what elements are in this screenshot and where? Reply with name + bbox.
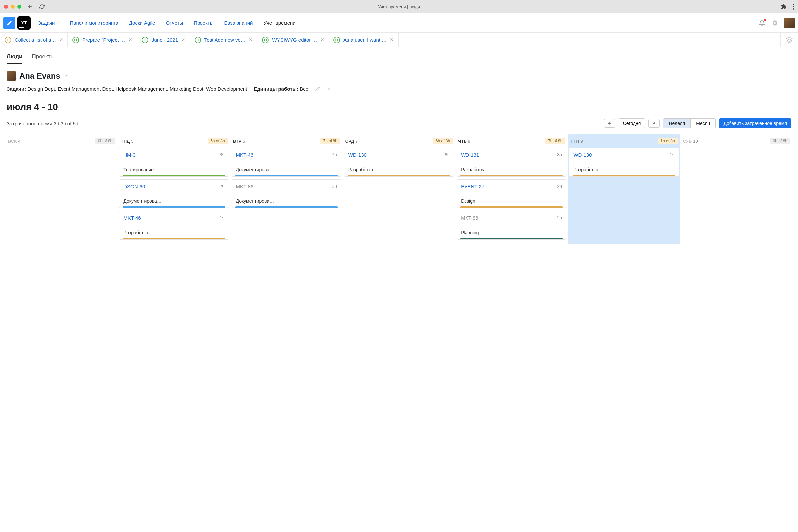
time-card[interactable]: DSGN-60 2ч Документирова… — [119, 179, 229, 208]
today-button[interactable]: Сегодня — [619, 118, 645, 128]
edit-filter-icon[interactable] — [315, 87, 320, 92]
prev-period-button[interactable] — [604, 119, 615, 128]
time-card[interactable]: WD-131 3ч Разработка — [457, 148, 566, 176]
card-type: Разработка — [573, 167, 674, 175]
time-card[interactable]: EVENT-27 2ч Design — [457, 179, 566, 208]
reload-button[interactable] — [39, 4, 44, 9]
card-id: HM-3 — [124, 152, 136, 158]
person-selector[interactable]: Ana Evans — [7, 72, 791, 81]
time-card[interactable]: MKT-46 1ч Разработка — [119, 211, 229, 240]
close-tab-icon[interactable]: × — [249, 36, 253, 43]
card-id: MKT-86 — [461, 215, 478, 221]
clear-filter-icon[interactable] — [327, 87, 331, 92]
view-month[interactable]: Месяц — [690, 119, 715, 128]
open-tabs: C Collect a list of s… ×O Prepare "Proje… — [0, 33, 798, 47]
open-tab[interactable]: O As a user, I want … × — [329, 33, 399, 47]
back-button[interactable] — [27, 4, 33, 10]
svg-point-1 — [793, 6, 794, 7]
nav-Задачи[interactable]: Задачи — [38, 20, 59, 25]
close-tab-icon[interactable]: × — [321, 36, 324, 43]
subtab-Люди[interactable]: Люди — [7, 53, 22, 63]
card-type: Документирова… — [124, 198, 225, 207]
view-week[interactable]: Неделя — [663, 119, 690, 128]
subtab-Проекты[interactable]: Проекты — [32, 53, 54, 63]
chevron-down-icon — [63, 74, 68, 78]
close-window-button[interactable] — [4, 5, 8, 8]
menu-icon[interactable] — [793, 4, 794, 10]
day-hours-badge: 6h of 8h — [208, 138, 227, 144]
nav-Учет времени[interactable]: Учет времени — [263, 20, 295, 25]
tab-badge: O — [194, 37, 201, 43]
tab-label: Collect a list of s… — [15, 37, 56, 42]
close-tab-icon[interactable]: × — [390, 36, 394, 43]
nav-Отчеты[interactable]: Отчеты — [166, 20, 183, 25]
next-period-button[interactable] — [648, 119, 660, 128]
day-header: СРД7 6h of 8h — [344, 136, 454, 148]
day-column: ПНД5 6h of 8h HM-3 3ч Тестирование DSGN-… — [119, 136, 229, 242]
card-type: Разработка — [348, 167, 450, 175]
card-hours: 3ч — [220, 152, 225, 158]
nav-Панели мониторинга[interactable]: Панели мониторинга — [70, 20, 118, 25]
card-color-bar — [573, 175, 675, 176]
day-hours-badge: 0h of 8h — [771, 138, 790, 144]
card-hours: 2ч — [557, 184, 562, 189]
card-hours: 2ч — [557, 215, 562, 221]
card-id: DSGN-60 — [124, 184, 145, 189]
day-column: ЧТВ8 7h of 8h WD-131 3ч Разработка EVENT… — [457, 136, 566, 242]
card-type: Документирова… — [236, 198, 337, 207]
close-tab-icon[interactable]: × — [128, 36, 132, 43]
time-card[interactable]: MKT-86 2ч Planning — [457, 211, 566, 240]
open-tab[interactable]: O WYSIWYG editor … × — [258, 33, 329, 47]
card-hours: 5ч — [332, 184, 337, 189]
view-toggle: Неделя Месяц — [663, 118, 716, 128]
time-card[interactable]: HM-3 3ч Тестирование — [119, 148, 229, 176]
day-column: СУБ10 0h of 8h — [682, 136, 791, 242]
minimize-window-button[interactable] — [11, 5, 15, 8]
notifications-button[interactable] — [759, 20, 765, 26]
day-column: СРД7 6h of 8h WD-130 6ч Разработка — [344, 136, 454, 242]
tab-badge: O — [141, 37, 148, 43]
nav-Доски Agile[interactable]: Доски Agile — [129, 20, 155, 25]
nav-Проекты[interactable]: Проекты — [193, 20, 213, 25]
time-card[interactable]: WD-130 6ч Разработка — [344, 148, 454, 176]
card-hours: 6ч — [444, 152, 450, 158]
open-tab[interactable]: O Prepare "Project … × — [68, 33, 137, 47]
app-icon[interactable] — [3, 17, 15, 29]
add-time-button[interactable]: Добавить затраченное время — [719, 118, 791, 128]
open-tab[interactable]: O June - 2021 × — [137, 33, 190, 47]
card-color-bar — [123, 175, 225, 176]
day-header: ПТН9 1h of 8h — [569, 136, 679, 148]
time-card[interactable]: MKT-86 5ч Документирова… — [232, 179, 341, 208]
period-title: июля 4 - 10 — [7, 102, 791, 112]
settings-icon[interactable] — [772, 20, 778, 26]
open-tab[interactable]: O Test Add new ve… × — [190, 33, 258, 47]
card-type: Разработка — [124, 230, 225, 238]
card-color-bar — [123, 238, 225, 240]
open-tab[interactable]: C Collect a list of s… × — [0, 33, 68, 47]
nav-База знаний[interactable]: База знаний — [224, 20, 253, 25]
tab-label: Test Add new ve… — [205, 37, 246, 42]
close-tab-icon[interactable]: × — [59, 36, 63, 43]
maximize-window-button[interactable] — [17, 5, 21, 8]
card-id: MKT-46 — [124, 215, 141, 221]
time-card[interactable]: MKT-46 2ч Документирова… — [232, 148, 341, 176]
time-card[interactable]: WD-130 1ч Разработка — [569, 148, 679, 176]
card-type: Разработка — [461, 167, 562, 175]
tab-stacks-icon[interactable] — [780, 33, 798, 47]
extensions-icon[interactable] — [781, 4, 787, 10]
tab-label: Prepare "Project … — [82, 37, 125, 42]
day-header: ВТР6 7h of 8h — [232, 136, 341, 148]
card-hours: 3ч — [557, 152, 562, 158]
card-hours: 1ч — [220, 215, 225, 221]
svg-point-2 — [793, 8, 794, 10]
youtrack-logo[interactable]: YT — [17, 16, 31, 30]
card-color-bar — [460, 238, 563, 240]
close-tab-icon[interactable]: × — [181, 36, 185, 43]
card-color-bar — [235, 207, 338, 208]
card-hours: 2ч — [332, 152, 337, 158]
tab-badge: C — [5, 37, 11, 43]
day-header: СУБ10 0h of 8h — [682, 136, 791, 148]
week-grid: ВСК4 0h of 8h ПНД5 6h of 8h HM-3 3ч Тест… — [7, 136, 791, 242]
user-avatar[interactable] — [784, 18, 795, 28]
card-color-bar — [123, 207, 225, 208]
